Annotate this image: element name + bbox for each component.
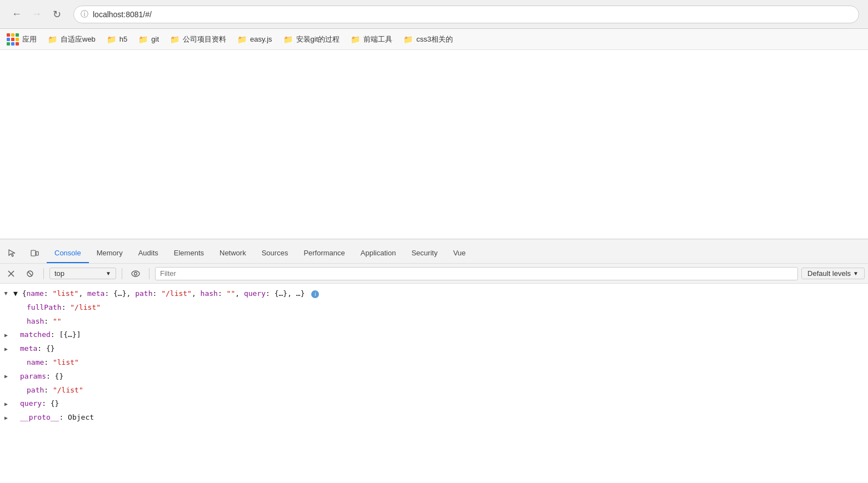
colon-4: : {} (37, 344, 54, 353)
tab-security-label: Security (411, 249, 437, 257)
folder-icon-2: 📁 (138, 35, 148, 44)
expand-matched: ▶ (4, 331, 8, 340)
bookmark-3[interactable]: 📁 公司项目资料 (166, 32, 231, 47)
tab-audits-label: Audits (138, 249, 158, 257)
console-line-2: fullPath: "/list" (0, 301, 868, 315)
folder-icon-7: 📁 (403, 35, 413, 44)
tab-memory[interactable]: Memory (89, 243, 131, 263)
levels-dropdown[interactable]: Default levels ▼ (801, 268, 865, 279)
info-icon: ⓘ (81, 9, 88, 19)
svg-rect-0 (31, 250, 36, 256)
browser-toolbar: ← → ↻ ⓘ localhost:8081/#/ (0, 0, 868, 29)
colon-9: : Object (59, 413, 94, 421)
toolbar-separator (43, 268, 44, 279)
tab-performance[interactable]: Performance (296, 243, 352, 263)
dot-7 (7, 42, 10, 46)
bookmark-6[interactable]: 📁 前端工具 (346, 32, 397, 47)
dot-5 (11, 38, 14, 41)
key-proto: __proto__ (20, 413, 59, 421)
tab-sources[interactable]: Sources (254, 243, 296, 263)
colon-7: : (44, 386, 53, 394)
apps-grid (7, 33, 19, 46)
key-query: query (20, 399, 42, 407)
tab-memory-label: Memory (97, 249, 123, 257)
console-line-9[interactable]: ▶ query: {} (0, 397, 868, 411)
nav-buttons: ← → ↻ (9, 7, 64, 22)
bookmarks-bar: 应用 📁 自适应web 📁 h5 📁 git 📁 公司项目资料 📁 easy.j… (0, 29, 868, 50)
tab-console[interactable]: Console (47, 243, 89, 263)
colon-6: : {} (46, 372, 63, 380)
console-line-10[interactable]: ▶ __proto__: Object (0, 411, 868, 425)
toolbar-separator-2 (122, 268, 122, 279)
colon-1: : (62, 303, 71, 311)
bookmark-1[interactable]: 📁 h5 (102, 33, 132, 46)
dot-6 (16, 38, 19, 41)
context-selector[interactable]: top ▼ (49, 268, 116, 279)
tab-network[interactable]: Network (212, 243, 254, 263)
tab-vue[interactable]: Vue (445, 243, 473, 263)
bookmark-7[interactable]: 📁 css3相关的 (399, 32, 457, 47)
console-line-4[interactable]: ▶ matched: [{…}] (0, 328, 868, 342)
forward-button[interactable]: → (29, 7, 44, 22)
console-line-8: path: "/list" (0, 384, 868, 398)
colon-3: : [{…}] (51, 330, 81, 339)
levels-arrow: ▼ (853, 270, 859, 276)
folder-icon-3: 📁 (170, 35, 179, 44)
bookmark-2[interactable]: 📁 git (134, 33, 163, 46)
console-line-6: name: "list" (0, 356, 868, 370)
dot-8 (11, 42, 14, 46)
tab-elements-label: Elements (174, 249, 204, 257)
folder-icon: 📁 (48, 35, 57, 44)
filter-input[interactable] (155, 267, 798, 280)
eye-button[interactable] (128, 266, 143, 281)
device-toolbar-button[interactable] (24, 243, 44, 263)
tab-audits[interactable]: Audits (131, 243, 166, 263)
dot-1 (7, 33, 10, 37)
bookmark-4[interactable]: 📁 easy.js (233, 33, 277, 46)
dot-4 (7, 38, 10, 41)
expand-proto: ▶ (4, 414, 8, 422)
main-content (0, 50, 868, 239)
svg-rect-1 (36, 251, 38, 255)
reload-button[interactable]: ↻ (49, 7, 64, 22)
select-element-button[interactable] (2, 243, 22, 263)
tab-performance-label: Performance (303, 249, 345, 257)
levels-label: Default levels (807, 269, 851, 278)
bookmark-0[interactable]: 📁 自适应web (43, 32, 100, 47)
bookmark-5[interactable]: 📁 安装git的过程 (279, 32, 345, 47)
dot-9 (16, 42, 19, 46)
key-matched: matched (20, 330, 51, 339)
context-dropdown-arrow: ▼ (106, 270, 111, 276)
devtools-tabs: Console Memory Audits Elements Network S… (0, 239, 868, 264)
bookmark-label-6: 前端工具 (363, 34, 392, 44)
back-button[interactable]: ← (9, 7, 24, 22)
folder-icon-1: 📁 (107, 35, 116, 44)
console-line-1[interactable]: ▶ ▼ {name: "list", meta: {…}, path: "/li… (0, 287, 868, 301)
folder-icon-6: 📁 (351, 35, 360, 44)
tab-sources-label: Sources (262, 249, 288, 257)
dot-3 (16, 33, 19, 37)
bookmark-label-4: easy.js (250, 35, 272, 43)
clear-console-button[interactable] (3, 266, 19, 281)
key-params: params (20, 372, 46, 380)
console-line-7[interactable]: ▶ params: {} (0, 370, 868, 384)
console-line-5[interactable]: ▶ meta: {} (0, 342, 868, 356)
bookmark-label-1: h5 (119, 35, 127, 43)
colon-5: : (44, 358, 53, 366)
tab-elements[interactable]: Elements (166, 243, 212, 263)
block-requests-button[interactable] (22, 266, 38, 281)
address-bar[interactable]: ⓘ localhost:8081/#/ (73, 6, 859, 23)
apps-icon-area[interactable]: 应用 (7, 33, 37, 46)
val-name: "list" (53, 358, 79, 366)
bookmark-label-0: 自适应web (61, 34, 96, 44)
key-name: name (27, 358, 44, 366)
toolbar-separator-3 (149, 268, 149, 279)
tab-application[interactable]: Application (353, 243, 404, 263)
expand-query: ▶ (4, 400, 8, 409)
svg-point-4 (134, 272, 137, 275)
tab-security[interactable]: Security (403, 243, 445, 263)
key-hash: hash (27, 317, 44, 325)
info-badge: i (311, 290, 319, 298)
val-path: "/list" (53, 386, 83, 394)
devtools-panel: Console Memory Audits Elements Network S… (0, 239, 868, 483)
